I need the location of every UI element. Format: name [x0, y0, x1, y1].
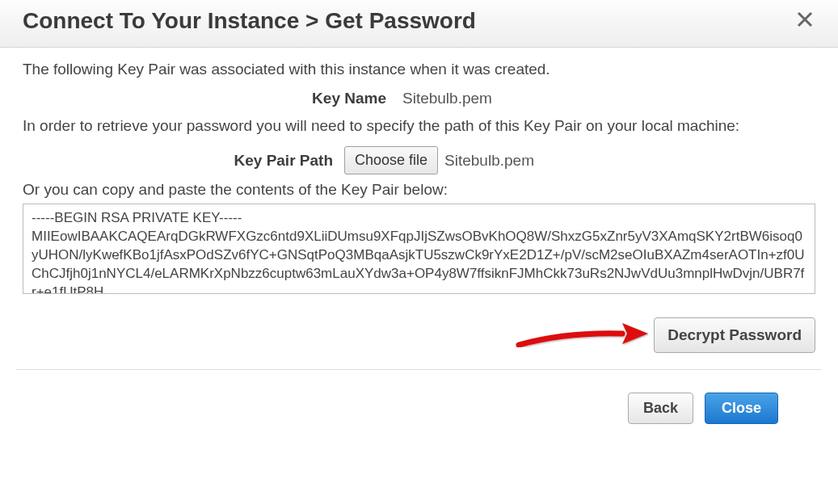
- back-button[interactable]: Back: [628, 393, 693, 424]
- get-password-dialog: Connect To Your Instance > Get Password …: [0, 0, 838, 440]
- decrypt-row: Decrypt Password: [0, 304, 838, 369]
- dialog-title: Connect To Your Instance > Get Password: [23, 8, 476, 34]
- retrieve-instruction: In order to retrieve your password you w…: [23, 117, 815, 135]
- dialog-body: The following Key Pair was associated wi…: [0, 48, 838, 304]
- or-paste-instruction: Or you can copy and paste the contents o…: [23, 181, 815, 199]
- svg-marker-2: [622, 323, 648, 344]
- key-name-label: Key Name: [23, 90, 402, 107]
- key-name-row: Key Name Sitebulb.pem: [23, 90, 815, 107]
- close-icon[interactable]: [791, 10, 819, 32]
- key-pair-path-label: Key Pair Path: [23, 152, 338, 170]
- choose-file-button[interactable]: Choose file: [344, 146, 438, 174]
- arrow-annotation: [509, 314, 655, 359]
- key-pair-path-row: Key Pair Path Choose file Sitebulb.pem: [23, 146, 815, 174]
- close-button[interactable]: Close: [705, 393, 778, 424]
- dialog-footer: Back Close: [16, 369, 822, 440]
- decrypt-password-button[interactable]: Decrypt Password: [654, 317, 815, 353]
- key-contents-textarea[interactable]: [23, 204, 815, 294]
- intro-text: The following Key Pair was associated wi…: [23, 61, 815, 78]
- key-name-value: Sitebulb.pem: [402, 90, 492, 107]
- chosen-file-name: Sitebulb.pem: [444, 152, 534, 170]
- dialog-header: Connect To Your Instance > Get Password: [0, 0, 838, 48]
